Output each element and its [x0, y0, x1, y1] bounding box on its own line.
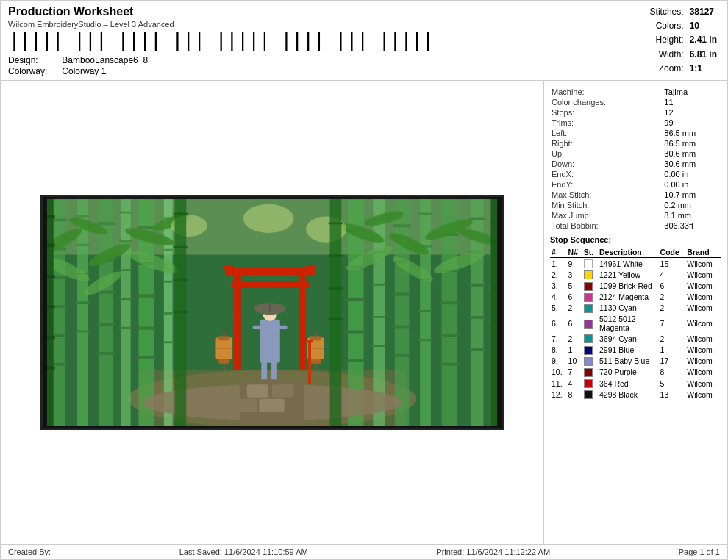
design-label: Design:: [8, 55, 60, 65]
svg-rect-117: [253, 326, 262, 329]
color-code: 2: [659, 303, 686, 314]
machine-info-value: 10.7 mm: [663, 190, 721, 200]
stitches-value: 38127: [687, 5, 720, 19]
stop-sequence-title: Stop Sequence:: [550, 235, 721, 244]
svg-rect-32: [138, 294, 157, 297]
color-table-row: 7. 2 3694 Cyan 2 Wilcom: [550, 333, 721, 344]
color-desc: 364 Red: [598, 378, 659, 389]
machine-info-value: 306.33ft: [663, 220, 721, 231]
color-n: 8: [567, 389, 582, 400]
svg-rect-52: [371, 345, 386, 347]
machine-info-row: Machine:Tajima: [550, 87, 721, 97]
svg-rect-21: [98, 323, 115, 326]
color-table-row: 4. 6 2124 Magenta 2 Wilcom: [550, 292, 721, 303]
colors-value: 10: [687, 19, 720, 33]
svg-rect-131: [308, 341, 311, 384]
footer: Created By: Last Saved: 11/6/2024 11:10:…: [1, 544, 727, 559]
machine-info-value: 11: [663, 97, 721, 107]
color-desc: 1130 Cyan: [598, 303, 659, 314]
svg-rect-150: [329, 318, 343, 320]
color-code: 2: [659, 292, 686, 303]
design-preview-area: [1, 81, 543, 544]
machine-info-row: Max Jump:8.1 mm: [550, 210, 721, 220]
svg-rect-22: [98, 352, 115, 355]
printed: Printed: 11/6/2024 11:12:22 AM: [436, 548, 550, 556]
color-n: 6: [567, 314, 582, 333]
color-brand: Wilcom: [685, 280, 721, 291]
svg-rect-57: [393, 326, 411, 329]
color-swatch-cell: [582, 269, 598, 280]
color-code: 1: [659, 344, 686, 355]
machine-info-row: Total Bobbin:306.33ft: [550, 220, 721, 231]
color-table-row: 11. 4 364 Red 5 Wilcom: [550, 378, 721, 389]
svg-rect-56: [393, 293, 411, 296]
svg-rect-64: [418, 339, 432, 341]
color-num: 12.: [550, 389, 567, 400]
color-code: 13: [659, 389, 686, 400]
color-num: 6.: [550, 314, 567, 333]
svg-rect-50: [371, 284, 386, 286]
svg-rect-74: [469, 284, 485, 287]
machine-info-label: EndY:: [550, 179, 663, 190]
zoom-label: Zoom:: [647, 62, 687, 76]
color-swatch-cell: [582, 378, 598, 389]
color-num: 1.: [550, 258, 567, 270]
svg-rect-75: [469, 316, 485, 319]
machine-info-value: 86.5 mm: [663, 138, 721, 148]
svg-rect-143: [174, 246, 188, 248]
svg-rect-60: [418, 213, 432, 215]
machine-info-label: Trims:: [550, 118, 663, 128]
color-desc: 5012 5012 Magenta: [598, 314, 659, 333]
colorway-label: Colorway:: [8, 66, 60, 76]
color-swatch-cell: [582, 389, 598, 400]
color-code: 5: [659, 378, 686, 389]
colorway-value: Colorway 1: [62, 66, 113, 76]
svg-rect-119: [261, 362, 267, 380]
color-brand: Wilcom: [685, 333, 721, 344]
color-code: 2: [659, 333, 686, 344]
svg-rect-44: [346, 298, 365, 301]
design-value: BambooLanscape6_8: [62, 55, 113, 65]
color-brand: Wilcom: [685, 269, 721, 280]
color-code: 15: [659, 258, 686, 270]
col-header-n: N#: [567, 247, 582, 258]
machine-info-row: Color changes:11: [550, 97, 721, 107]
color-brand: Wilcom: [685, 314, 721, 333]
svg-rect-112: [306, 265, 316, 270]
color-n: 2: [567, 303, 582, 314]
color-table-row: 10. 7 720 Purple 8 Wilcom: [550, 367, 721, 378]
color-desc: 14961 White: [598, 258, 659, 270]
color-code: 8: [659, 367, 686, 378]
color-desc: 2124 Magenta: [598, 292, 659, 303]
machine-info-value: 86.5 mm: [663, 128, 721, 138]
color-desc: 720 Purple: [598, 367, 659, 378]
color-num: 3.: [550, 280, 567, 291]
app-subtitle: Wilcom EmbroideryStudio – Level 3 Advanc…: [8, 20, 573, 29]
svg-rect-45: [346, 331, 365, 334]
machine-info-row: Up:30.6 mm: [550, 148, 721, 159]
color-n: 2: [567, 333, 582, 344]
height-label: Height:: [647, 33, 687, 47]
svg-rect-70: [440, 363, 460, 366]
svg-point-99: [243, 204, 294, 233]
machine-info-value: 0.2 mm: [663, 200, 721, 210]
color-num: 10.: [550, 367, 567, 378]
machine-info-label: EndX:: [550, 169, 663, 179]
color-table-row: 5. 2 1130 Cyan 2 Wilcom: [550, 303, 721, 314]
color-brand: Wilcom: [685, 258, 721, 270]
svg-rect-25: [119, 240, 132, 243]
created-by-label: Created By:: [8, 548, 51, 556]
last-saved: Last Saved: 11/6/2024 11:10:59 AM: [179, 548, 308, 556]
barcode: ||||| ||| |||| ||| ||||| |||| ||| |||||: [8, 32, 573, 52]
svg-rect-120: [271, 362, 277, 380]
color-n: 1: [567, 344, 582, 355]
svg-rect-69: [440, 334, 460, 337]
color-table-row: 6. 6 5012 5012 Magenta 7 Wilcom: [550, 314, 721, 333]
color-swatch-cell: [582, 367, 598, 378]
svg-rect-28: [119, 327, 132, 329]
machine-info-row: Trims:99: [550, 118, 721, 128]
color-swatch-cell: [582, 314, 598, 333]
machine-info-row: Stops:12: [550, 107, 721, 118]
color-brand: Wilcom: [685, 378, 721, 389]
svg-rect-109: [225, 268, 315, 275]
